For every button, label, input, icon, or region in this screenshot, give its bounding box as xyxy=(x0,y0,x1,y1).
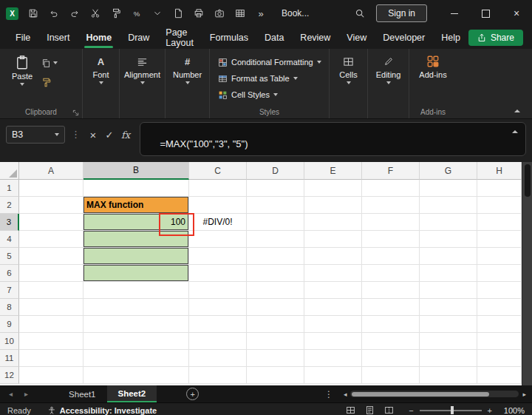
cell-C6[interactable] xyxy=(189,265,247,282)
font-group-button[interactable]: A Font xyxy=(83,49,120,118)
name-box[interactable]: B3 xyxy=(6,126,65,144)
cell-A5[interactable] xyxy=(19,248,83,265)
cell-B8[interactable] xyxy=(83,299,189,316)
cell-B5[interactable] xyxy=(83,248,189,265)
cut-icon[interactable] xyxy=(86,4,104,23)
scroll-right-icon[interactable]: ▸ xyxy=(522,391,526,398)
cell-C5[interactable] xyxy=(189,248,247,265)
paste-button[interactable]: Paste xyxy=(7,53,37,89)
page-layout-view-icon[interactable] xyxy=(365,405,375,415)
sheet-tab-sheet1[interactable]: Sheet1 xyxy=(58,385,106,402)
sheet-tab-sheet2[interactable]: Sheet2 xyxy=(107,385,157,402)
cell-G1[interactable] xyxy=(420,180,477,197)
menu-tab-insert[interactable]: Insert xyxy=(38,27,78,49)
cell-F5[interactable] xyxy=(362,248,420,265)
sign-in-button[interactable]: Sign in xyxy=(376,4,427,22)
cell-G9[interactable] xyxy=(420,316,477,333)
cell-C9[interactable] xyxy=(189,316,247,333)
cell-D6[interactable] xyxy=(247,265,304,282)
insert-function-icon[interactable]: fx xyxy=(117,127,134,142)
table-icon[interactable] xyxy=(231,4,249,23)
menu-tab-draw[interactable]: Draw xyxy=(120,27,157,49)
close-button[interactable]: × xyxy=(501,0,532,27)
cell-F10[interactable] xyxy=(362,333,420,350)
camera-icon[interactable] xyxy=(211,4,228,23)
cell-C1[interactable] xyxy=(189,180,247,197)
format-as-table-button[interactable]: Format as Table xyxy=(216,71,329,86)
cell-F4[interactable] xyxy=(362,231,420,248)
cell-C2[interactable] xyxy=(189,197,247,214)
cell-F11[interactable] xyxy=(362,350,420,367)
cell-G5[interactable] xyxy=(420,248,477,265)
cell-G3[interactable] xyxy=(420,214,477,231)
menu-tab-developer[interactable]: Developer xyxy=(375,27,433,49)
cell-H7[interactable] xyxy=(477,282,522,299)
cell-D8[interactable] xyxy=(247,299,304,316)
cell-G7[interactable] xyxy=(420,282,477,299)
format-painter-button[interactable] xyxy=(41,75,58,89)
new-document-icon[interactable] xyxy=(169,4,187,23)
select-all-button[interactable] xyxy=(0,162,19,180)
cell-B12[interactable] xyxy=(83,367,189,384)
cell-E8[interactable] xyxy=(304,299,362,316)
cell-A2[interactable] xyxy=(19,197,83,214)
previous-sheet-icon[interactable]: ◂ xyxy=(9,390,13,398)
cell-C10[interactable] xyxy=(189,333,247,350)
column-header-E[interactable]: E xyxy=(304,162,362,180)
cell-F7[interactable] xyxy=(362,282,420,299)
cell-G6[interactable] xyxy=(420,265,477,282)
cell-E3[interactable] xyxy=(304,214,362,231)
row-header-3[interactable]: 3 xyxy=(0,214,19,231)
row-header-4[interactable]: 4 xyxy=(0,231,19,248)
cell-G11[interactable] xyxy=(420,350,477,367)
editing-group-button[interactable]: Editing xyxy=(368,49,409,118)
cell-D7[interactable] xyxy=(247,282,304,299)
cell-D9[interactable] xyxy=(247,316,304,333)
zoom-out-icon[interactable]: − xyxy=(409,406,413,415)
cell-C4[interactable] xyxy=(189,231,247,248)
cell-H8[interactable] xyxy=(477,299,522,316)
column-header-F[interactable]: F xyxy=(362,162,420,180)
zoom-percentage[interactable]: 100% xyxy=(502,406,525,415)
cell-H3[interactable] xyxy=(477,214,522,231)
menu-tab-data[interactable]: Data xyxy=(256,27,292,49)
cell-E1[interactable] xyxy=(304,180,362,197)
cell-E5[interactable] xyxy=(304,248,362,265)
cell-C7[interactable] xyxy=(189,282,247,299)
cell-H1[interactable] xyxy=(477,180,522,197)
cell-C11[interactable] xyxy=(189,350,247,367)
cell-B9[interactable] xyxy=(83,316,189,333)
tab-options-icon[interactable]: ⋮ xyxy=(324,389,333,399)
cell-G12[interactable] xyxy=(420,367,477,384)
row-header-9[interactable]: 9 xyxy=(0,316,19,333)
maximize-button[interactable] xyxy=(470,0,501,27)
number-group-button[interactable]: # Number xyxy=(166,49,210,118)
cell-B10[interactable] xyxy=(83,333,189,350)
cell-F2[interactable] xyxy=(362,197,420,214)
cell-D1[interactable] xyxy=(247,180,304,197)
cell-E7[interactable] xyxy=(304,282,362,299)
vertical-scrollbar[interactable] xyxy=(522,162,532,385)
cells-group-button[interactable]: Cells xyxy=(330,49,368,118)
cell-D12[interactable] xyxy=(247,367,304,384)
cell-E12[interactable] xyxy=(304,367,362,384)
row-header-12[interactable]: 12 xyxy=(0,367,19,384)
cell-G4[interactable] xyxy=(420,231,477,248)
column-header-B[interactable]: B xyxy=(83,162,189,180)
row-header-7[interactable]: 7 xyxy=(0,282,19,299)
vertical-scrollbar-thumb[interactable] xyxy=(525,164,531,197)
cell-F6[interactable] xyxy=(362,265,420,282)
cell-H2[interactable] xyxy=(477,197,522,214)
column-header-D[interactable]: D xyxy=(247,162,304,180)
cell-A6[interactable] xyxy=(19,265,83,282)
cell-A10[interactable] xyxy=(19,333,83,350)
cell-B11[interactable] xyxy=(83,350,189,367)
print-icon[interactable] xyxy=(190,4,208,23)
new-sheet-button[interactable]: + xyxy=(186,388,199,400)
row-header-10[interactable]: 10 xyxy=(0,333,19,350)
normal-view-icon[interactable] xyxy=(346,405,355,415)
cell-B6[interactable] xyxy=(83,265,189,282)
cell-G2[interactable] xyxy=(420,197,477,214)
cell-H11[interactable] xyxy=(477,350,522,367)
search-icon[interactable] xyxy=(351,4,369,23)
